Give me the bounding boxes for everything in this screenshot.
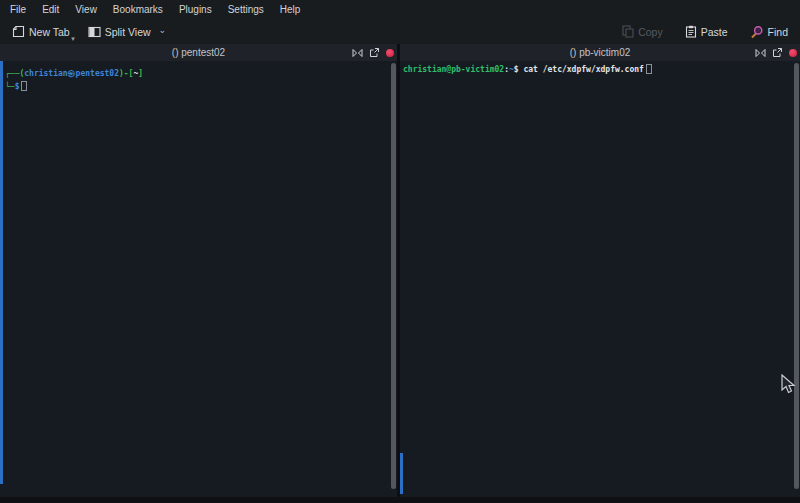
split-container: () pentest02 ┌──(christian㉿pentest02)-[~… [0,44,800,497]
typed-command: cat /etc/xdpfw/xdpfw.conf [523,65,643,74]
chevron-down-icon: ⌄ [159,25,167,35]
window-bottom-edge [0,497,800,503]
scrollbar-right[interactable] [794,63,799,489]
toolbar-right-group: Copy Paste Find [616,23,794,41]
prompt-line: christian@pb-victim02:~$ cat /etc/xdpfw/… [403,64,800,77]
chevron-down-icon: ▾ [71,35,75,42]
menu-bookmarks[interactable]: Bookmarks [105,0,171,19]
split-view-label: Split View [105,26,151,38]
maximize-view-icon[interactable] [755,48,766,58]
menu-plugins[interactable]: Plugins [171,0,220,19]
prompt-user-host: christian㉿pentest02 [24,69,119,78]
terminal-cursor [646,64,652,74]
find-button[interactable]: Find [744,23,794,41]
paste-label: Paste [701,26,728,38]
tabbar-right[interactable]: () pb-victim02 [400,44,800,61]
menu-file[interactable]: File [2,0,34,19]
copy-button[interactable]: Copy [616,23,669,40]
detach-tab-icon[interactable] [772,47,783,58]
menu-help[interactable]: Help [272,0,309,19]
terminal-pane-left: () pentest02 ┌──(christian㉿pentest02)-[~… [0,44,397,497]
menu-bar: File Edit View Bookmarks Plugins Setting… [0,0,800,19]
main-toolbar: New Tab ▾ Split View ⌄ Copy [0,19,800,44]
prompt-line-1: ┌──(christian㉿pentest02)-[~] [5,68,397,81]
paste-icon [685,25,697,38]
tabbar-left-icons [352,44,394,61]
prompt-line-2: └─$ [5,81,397,94]
close-session-button[interactable] [789,49,797,57]
prompt-frame-mid: )-[ [119,69,133,78]
copy-label: Copy [638,26,663,38]
terminal-left[interactable]: ┌──(christian㉿pentest02)-[~] └─$ [0,61,397,497]
close-session-button[interactable] [386,49,394,57]
prompt-frame-top: ┌──( [5,69,24,78]
find-icon [750,25,764,39]
find-label: Find [768,26,788,38]
prompt-user-host: christian@pb-victim02 [403,65,504,74]
prompt-frame-bottom: └─ [5,82,15,91]
terminal-cursor [21,81,27,91]
tab-title-pb-victim02[interactable]: () pb-victim02 [570,47,631,58]
tabbar-left[interactable]: () pentest02 [0,44,397,61]
prompt-symbol: $ [514,65,524,74]
menu-settings[interactable]: Settings [220,0,272,19]
split-view-icon [88,26,101,38]
terminal-pane-right: () pb-victim02 christian@pb-victim02:~$ … [400,44,800,497]
maximize-view-icon[interactable] [352,48,363,58]
terminal-right[interactable]: christian@pb-victim02:~$ cat /etc/xdpfw/… [400,61,800,497]
new-tab-label: New Tab [29,26,70,38]
active-pane-indicator [0,61,3,484]
detach-tab-icon[interactable] [369,47,380,58]
menu-edit[interactable]: Edit [34,0,67,19]
split-view-button[interactable]: Split View ⌄ [82,24,172,40]
tab-title-pentest02[interactable]: () pentest02 [172,47,225,58]
prompt-frame-end: ] [138,69,143,78]
new-tab-button[interactable]: New Tab ▾ [6,23,76,40]
menu-view[interactable]: View [67,0,105,19]
tab-new-icon [12,25,25,38]
konsole-window: File Edit View Bookmarks Plugins Setting… [0,0,800,503]
prompt-symbol: $ [15,82,20,91]
tabbar-right-icons [755,44,797,61]
copy-icon [622,25,634,38]
pane-indicator-short [400,453,403,494]
paste-button[interactable]: Paste [679,23,734,40]
scrollbar-left[interactable] [391,63,396,489]
